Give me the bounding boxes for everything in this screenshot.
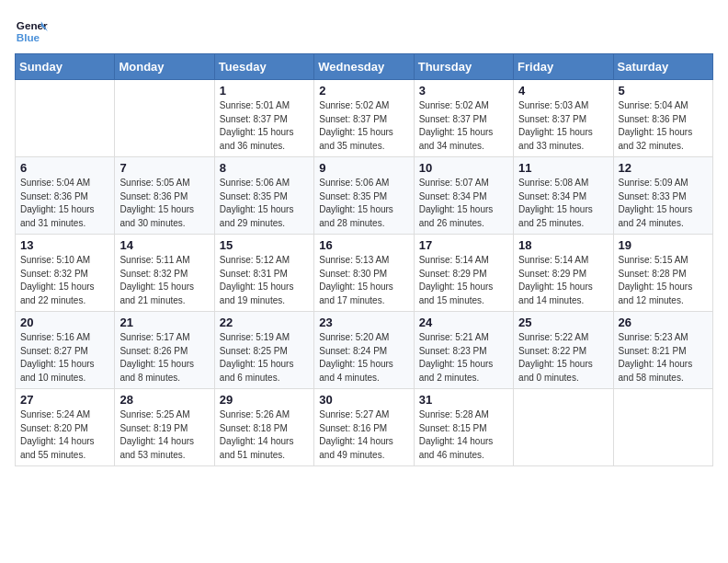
- logo-icon: General Blue: [15, 15, 48, 48]
- day-number: 23: [319, 316, 408, 329]
- day-header-wednesday: Wednesday: [314, 54, 414, 80]
- day-number: 13: [20, 238, 109, 252]
- day-info: Sunrise: 5:22 AM Sunset: 8:22 PM Dayligh…: [518, 331, 608, 385]
- calendar-cell: 12Sunrise: 5:09 AM Sunset: 8:33 PM Dayli…: [613, 157, 712, 235]
- calendar-week-row: 13Sunrise: 5:10 AM Sunset: 8:32 PM Dayli…: [16, 235, 713, 312]
- calendar-cell: [115, 80, 214, 157]
- day-header-friday: Friday: [514, 54, 613, 80]
- calendar-cell: 31Sunrise: 5:28 AM Sunset: 8:15 PM Dayli…: [414, 389, 513, 466]
- day-info: Sunrise: 5:28 AM Sunset: 8:15 PM Dayligh…: [419, 408, 508, 462]
- calendar-cell: [16, 80, 115, 157]
- day-info: Sunrise: 5:11 AM Sunset: 8:32 PM Dayligh…: [119, 254, 209, 307]
- day-number: 9: [319, 161, 408, 175]
- calendar-cell: 17Sunrise: 5:14 AM Sunset: 8:29 PM Dayli…: [414, 235, 513, 312]
- day-info: Sunrise: 5:06 AM Sunset: 8:35 PM Dayligh…: [319, 177, 408, 230]
- day-info: Sunrise: 5:03 AM Sunset: 8:37 PM Dayligh…: [518, 99, 608, 153]
- calendar-week-row: 1Sunrise: 5:01 AM Sunset: 8:37 PM Daylig…: [16, 80, 713, 157]
- day-info: Sunrise: 5:16 AM Sunset: 8:27 PM Dayligh…: [20, 331, 109, 385]
- day-info: Sunrise: 5:02 AM Sunset: 8:37 PM Dayligh…: [419, 99, 508, 153]
- page-header: General Blue: [15, 15, 713, 48]
- calendar-cell: 22Sunrise: 5:19 AM Sunset: 8:25 PM Dayli…: [214, 312, 313, 389]
- calendar-cell: 1Sunrise: 5:01 AM Sunset: 8:37 PM Daylig…: [214, 80, 313, 157]
- calendar-cell: 29Sunrise: 5:26 AM Sunset: 8:18 PM Dayli…: [214, 389, 313, 466]
- day-info: Sunrise: 5:09 AM Sunset: 8:33 PM Dayligh…: [619, 177, 708, 230]
- calendar-cell: 20Sunrise: 5:16 AM Sunset: 8:27 PM Dayli…: [16, 312, 115, 389]
- day-header-tuesday: Tuesday: [214, 54, 313, 80]
- calendar-header-row: SundayMondayTuesdayWednesdayThursdayFrid…: [16, 54, 713, 80]
- day-number: 15: [220, 238, 309, 252]
- calendar-cell: 2Sunrise: 5:02 AM Sunset: 8:37 PM Daylig…: [314, 80, 414, 157]
- calendar-cell: 3Sunrise: 5:02 AM Sunset: 8:37 PM Daylig…: [414, 80, 513, 157]
- calendar-cell: 30Sunrise: 5:27 AM Sunset: 8:16 PM Dayli…: [314, 389, 414, 466]
- day-number: 2: [319, 84, 408, 98]
- day-number: 25: [518, 316, 608, 329]
- day-info: Sunrise: 5:14 AM Sunset: 8:29 PM Dayligh…: [419, 254, 508, 307]
- day-info: Sunrise: 5:26 AM Sunset: 8:18 PM Dayligh…: [220, 408, 309, 462]
- day-info: Sunrise: 5:07 AM Sunset: 8:34 PM Dayligh…: [419, 177, 508, 230]
- calendar-cell: 15Sunrise: 5:12 AM Sunset: 8:31 PM Dayli…: [214, 235, 313, 312]
- calendar-cell: 26Sunrise: 5:23 AM Sunset: 8:21 PM Dayli…: [613, 312, 712, 389]
- day-number: 1: [220, 84, 309, 98]
- day-number: 12: [619, 161, 708, 175]
- calendar-cell: 23Sunrise: 5:20 AM Sunset: 8:24 PM Dayli…: [314, 312, 414, 389]
- day-header-thursday: Thursday: [414, 54, 513, 80]
- calendar-cell: 4Sunrise: 5:03 AM Sunset: 8:37 PM Daylig…: [514, 80, 613, 157]
- calendar-cell: 11Sunrise: 5:08 AM Sunset: 8:34 PM Dayli…: [514, 157, 613, 235]
- calendar-cell: 24Sunrise: 5:21 AM Sunset: 8:23 PM Dayli…: [414, 312, 513, 389]
- day-number: 8: [220, 161, 309, 175]
- day-info: Sunrise: 5:25 AM Sunset: 8:19 PM Dayligh…: [119, 408, 209, 462]
- day-number: 3: [419, 84, 508, 98]
- day-info: Sunrise: 5:04 AM Sunset: 8:36 PM Dayligh…: [619, 99, 708, 153]
- calendar-cell: [613, 389, 712, 466]
- calendar-cell: 6Sunrise: 5:04 AM Sunset: 8:36 PM Daylig…: [16, 157, 115, 235]
- calendar-cell: 21Sunrise: 5:17 AM Sunset: 8:26 PM Dayli…: [115, 312, 214, 389]
- calendar-cell: 13Sunrise: 5:10 AM Sunset: 8:32 PM Dayli…: [16, 235, 115, 312]
- calendar-week-row: 20Sunrise: 5:16 AM Sunset: 8:27 PM Dayli…: [16, 312, 713, 389]
- day-number: 21: [119, 316, 209, 329]
- calendar-week-row: 6Sunrise: 5:04 AM Sunset: 8:36 PM Daylig…: [16, 157, 713, 235]
- day-number: 29: [220, 393, 309, 407]
- day-number: 16: [319, 238, 408, 252]
- day-info: Sunrise: 5:21 AM Sunset: 8:23 PM Dayligh…: [419, 331, 508, 385]
- calendar-cell: 16Sunrise: 5:13 AM Sunset: 8:30 PM Dayli…: [314, 235, 414, 312]
- day-number: 14: [119, 238, 209, 252]
- calendar-cell: [514, 389, 613, 466]
- day-info: Sunrise: 5:04 AM Sunset: 8:36 PM Dayligh…: [20, 177, 109, 230]
- day-info: Sunrise: 5:01 AM Sunset: 8:37 PM Dayligh…: [220, 99, 309, 153]
- calendar-cell: 25Sunrise: 5:22 AM Sunset: 8:22 PM Dayli…: [514, 312, 613, 389]
- day-number: 24: [419, 316, 508, 329]
- calendar-cell: 10Sunrise: 5:07 AM Sunset: 8:34 PM Dayli…: [414, 157, 513, 235]
- day-number: 27: [20, 393, 109, 407]
- day-number: 4: [518, 84, 608, 98]
- day-number: 31: [419, 393, 508, 407]
- day-info: Sunrise: 5:12 AM Sunset: 8:31 PM Dayligh…: [220, 254, 309, 307]
- day-number: 7: [119, 161, 209, 175]
- day-info: Sunrise: 5:24 AM Sunset: 8:20 PM Dayligh…: [20, 408, 109, 462]
- day-number: 28: [119, 393, 209, 407]
- day-info: Sunrise: 5:10 AM Sunset: 8:32 PM Dayligh…: [20, 254, 109, 307]
- day-number: 30: [319, 393, 408, 407]
- calendar-cell: 14Sunrise: 5:11 AM Sunset: 8:32 PM Dayli…: [115, 235, 214, 312]
- day-number: 10: [419, 161, 508, 175]
- day-info: Sunrise: 5:20 AM Sunset: 8:24 PM Dayligh…: [319, 331, 408, 385]
- calendar-cell: 9Sunrise: 5:06 AM Sunset: 8:35 PM Daylig…: [314, 157, 414, 235]
- day-header-saturday: Saturday: [613, 54, 712, 80]
- calendar-cell: 5Sunrise: 5:04 AM Sunset: 8:36 PM Daylig…: [613, 80, 712, 157]
- day-number: 22: [220, 316, 309, 329]
- day-info: Sunrise: 5:15 AM Sunset: 8:28 PM Dayligh…: [619, 254, 708, 307]
- day-number: 20: [20, 316, 109, 329]
- day-number: 26: [619, 316, 708, 329]
- day-info: Sunrise: 5:02 AM Sunset: 8:37 PM Dayligh…: [319, 99, 408, 153]
- calendar-cell: 8Sunrise: 5:06 AM Sunset: 8:35 PM Daylig…: [214, 157, 313, 235]
- day-number: 17: [419, 238, 508, 252]
- day-info: Sunrise: 5:23 AM Sunset: 8:21 PM Dayligh…: [619, 331, 708, 385]
- day-number: 11: [518, 161, 608, 175]
- day-info: Sunrise: 5:19 AM Sunset: 8:25 PM Dayligh…: [220, 331, 309, 385]
- day-number: 6: [20, 161, 109, 175]
- calendar-table: SundayMondayTuesdayWednesdayThursdayFrid…: [15, 53, 713, 466]
- day-info: Sunrise: 5:08 AM Sunset: 8:34 PM Dayligh…: [518, 177, 608, 230]
- day-number: 18: [518, 238, 608, 252]
- day-info: Sunrise: 5:14 AM Sunset: 8:29 PM Dayligh…: [518, 254, 608, 307]
- day-info: Sunrise: 5:27 AM Sunset: 8:16 PM Dayligh…: [319, 408, 408, 462]
- svg-text:Blue: Blue: [17, 31, 40, 43]
